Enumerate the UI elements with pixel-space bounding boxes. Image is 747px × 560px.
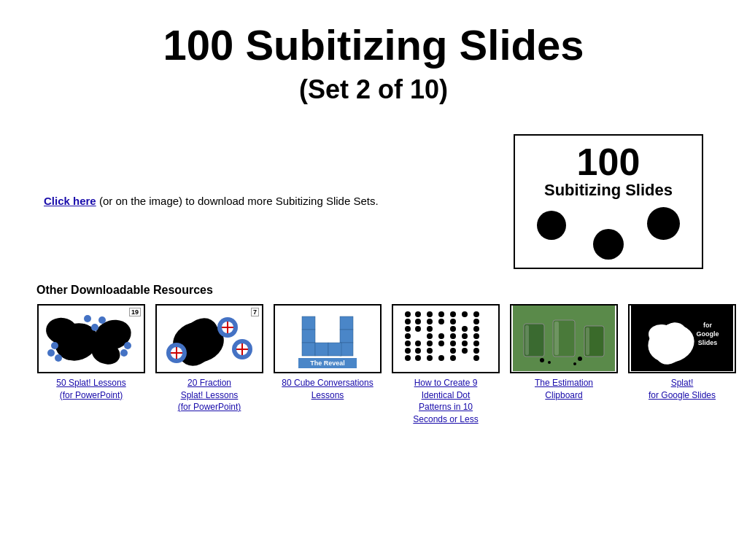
svg-point-47 <box>415 319 421 324</box>
svg-point-10 <box>55 354 62 362</box>
svg-point-50 <box>415 348 421 354</box>
svg-point-43 <box>405 341 411 346</box>
other-resources-section: Other Downloadable Resources 19 <box>0 284 747 426</box>
svg-text:for: for <box>703 322 712 329</box>
svg-rect-34 <box>315 343 328 356</box>
svg-point-12 <box>120 349 128 357</box>
svg-point-55 <box>427 333 433 339</box>
svg-rect-31 <box>340 316 353 330</box>
svg-point-54 <box>427 326 433 332</box>
svg-rect-89 <box>586 327 589 355</box>
svg-point-69 <box>450 348 456 354</box>
preview-label: Subitizing Slides <box>544 181 673 200</box>
splat-google-svg: for Google Slides <box>631 306 733 371</box>
svg-point-57 <box>427 348 433 354</box>
click-description: Click here (or on the image) to download… <box>44 192 379 210</box>
dot-patterns-thumb[interactable] <box>392 304 500 373</box>
svg-point-58 <box>427 355 433 361</box>
svg-point-11 <box>124 342 131 349</box>
fraction-splat-svg <box>158 306 260 371</box>
svg-point-79 <box>473 333 479 339</box>
click-body: (or on the image) to download more Subit… <box>99 195 379 207</box>
dot-right <box>647 207 680 240</box>
preview-dots <box>522 207 694 260</box>
svg-point-91 <box>548 361 551 364</box>
svg-text:Slides: Slides <box>698 339 718 346</box>
fraction-splat-thumb[interactable]: 7 <box>155 304 263 373</box>
svg-point-66 <box>450 326 456 332</box>
svg-point-48 <box>415 326 421 332</box>
svg-point-80 <box>473 341 479 346</box>
resources-grid: 19 5 <box>36 304 711 426</box>
cube-thumb[interactable]: The Reveal <box>274 304 382 373</box>
splat-lessons-svg <box>40 306 142 371</box>
svg-rect-28 <box>302 316 315 330</box>
splat-lessons-thumb[interactable]: 19 <box>37 304 145 373</box>
svg-rect-30 <box>302 343 315 356</box>
svg-point-76 <box>473 311 479 317</box>
svg-point-46 <box>415 311 421 317</box>
middle-section: Click here (or on the image) to download… <box>0 112 747 276</box>
svg-point-82 <box>473 355 479 361</box>
svg-point-8 <box>51 342 58 349</box>
svg-point-62 <box>438 341 444 346</box>
fraction-splat-label[interactable]: 20 FractionSplat! Lessons(for PowerPoint… <box>178 377 241 413</box>
resource-dot-patterns: How to Create 9Identical DotPatterns in … <box>391 304 500 426</box>
svg-point-65 <box>450 319 456 324</box>
resource-fraction-splat: 7 <box>155 304 264 413</box>
resource-cube-conversations: The Reveal 80 Cube ConversationsLessons <box>273 304 382 402</box>
splat-google-label[interactable]: Splat!for Google Slides <box>649 377 716 402</box>
svg-point-81 <box>473 348 479 354</box>
svg-point-71 <box>462 311 468 317</box>
svg-point-67 <box>450 333 456 339</box>
svg-point-39 <box>405 311 411 317</box>
svg-point-61 <box>438 333 444 339</box>
estimation-thumb[interactable] <box>510 304 618 373</box>
svg-point-75 <box>462 348 468 354</box>
svg-point-41 <box>405 326 411 332</box>
svg-rect-88 <box>554 322 559 355</box>
slide-preview-box[interactable]: 100 Subitizing Slides <box>514 134 703 269</box>
svg-rect-87 <box>525 325 529 355</box>
svg-point-64 <box>450 311 456 317</box>
resource-estimation: The EstimationClipboard <box>509 304 619 402</box>
click-here-link[interactable]: Click here <box>44 195 96 207</box>
cube-svg: The Reveal <box>276 306 379 371</box>
badge-19: 19 <box>129 308 141 316</box>
splat-google-thumb[interactable]: for Google Slides <box>628 304 736 373</box>
main-title: 100 Subitizing Slides <box>0 0 747 69</box>
badge-7: 7 <box>251 308 259 316</box>
svg-point-7 <box>84 315 91 322</box>
svg-rect-35 <box>328 343 341 356</box>
svg-point-42 <box>405 333 411 339</box>
svg-point-6 <box>98 316 106 324</box>
svg-point-59 <box>438 311 444 317</box>
subtitle: (Set 2 of 10) <box>0 74 747 105</box>
svg-point-68 <box>450 341 456 346</box>
svg-point-60 <box>438 319 444 324</box>
splat-lessons-label[interactable]: 50 Splat! Lessons(for PowerPoint) <box>56 377 125 402</box>
svg-point-45 <box>405 355 411 361</box>
svg-point-78 <box>473 326 479 332</box>
other-resources-title: Other Downloadable Resources <box>36 284 711 297</box>
dot-patterns-svg <box>395 306 497 371</box>
estimation-svg <box>513 306 615 371</box>
svg-point-90 <box>540 358 544 362</box>
svg-rect-32 <box>340 330 353 343</box>
preview-number: 100 <box>577 143 640 181</box>
svg-point-70 <box>450 355 456 361</box>
dot-center <box>593 229 624 260</box>
svg-rect-33 <box>340 343 353 356</box>
svg-point-9 <box>47 349 55 357</box>
svg-point-93 <box>573 362 576 365</box>
dot-patterns-label[interactable]: How to Create 9Identical DotPatterns in … <box>413 377 478 426</box>
svg-point-44 <box>405 348 411 354</box>
svg-point-77 <box>473 319 479 324</box>
svg-point-72 <box>462 326 468 332</box>
cube-label[interactable]: 80 Cube ConversationsLessons <box>282 377 373 402</box>
svg-point-40 <box>405 319 411 324</box>
resource-splat-lessons: 19 5 <box>36 304 146 402</box>
svg-point-73 <box>462 333 468 339</box>
svg-point-63 <box>438 355 444 361</box>
estimation-label[interactable]: The EstimationClipboard <box>535 377 593 402</box>
